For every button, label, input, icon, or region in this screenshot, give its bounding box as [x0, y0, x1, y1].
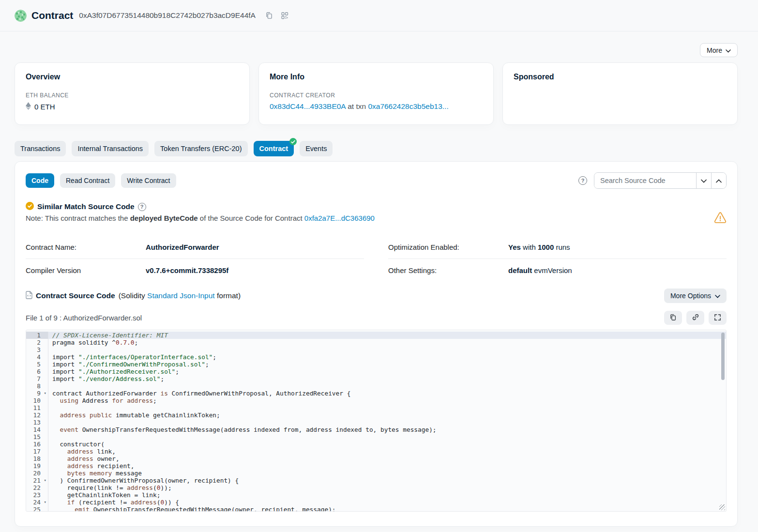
eth-balance-label: ETH BALANCE — [26, 92, 239, 99]
line-number[interactable]: 4 — [26, 353, 48, 361]
line-number[interactable]: 7 — [26, 375, 48, 382]
line-number[interactable]: 23 — [26, 491, 48, 499]
tab-contract[interactable]: Contract — [254, 141, 294, 156]
line-number[interactable]: 12 — [26, 411, 48, 419]
more-info-card: More Info CONTRACT CREATOR 0x83dC44...49… — [258, 62, 494, 125]
code-line[interactable]: 18 address owner, — [26, 455, 726, 462]
subtab-code[interactable]: Code — [26, 173, 54, 188]
line-number[interactable]: 22 — [26, 484, 48, 491]
code-text: contract AuthorizedForwarder is Confirme… — [48, 390, 350, 397]
code-line[interactable]: 19 address recipient, — [26, 462, 726, 470]
line-number[interactable]: 15 — [26, 433, 48, 441]
overview-card-title: Overview — [26, 73, 239, 81]
search-help-icon[interactable]: ? — [578, 176, 587, 185]
code-line[interactable]: 17 address link, — [26, 448, 726, 455]
line-number[interactable]: 9▾ — [26, 390, 48, 397]
code-line[interactable]: 8 — [26, 382, 726, 390]
more-button[interactable]: More — [700, 43, 738, 57]
line-number[interactable]: 8 — [26, 382, 48, 390]
code-line[interactable]: 2pragma solidity ^0.7.0; — [26, 339, 726, 346]
code-line[interactable]: 23 getChainlinkToken = link; — [26, 491, 726, 499]
search-source-group — [594, 172, 727, 189]
line-number[interactable]: 24▾ — [26, 499, 48, 506]
source-code-viewer[interactable]: 1// SPDX-License-Identifier: MIT2pragma … — [26, 330, 727, 512]
qr-code-button[interactable] — [280, 11, 289, 20]
tab-label: Transactions — [20, 145, 60, 152]
source-code-title: Contract Source Code — [36, 291, 115, 300]
resize-handle[interactable] — [719, 504, 725, 510]
tab-label: Internal Transactions — [77, 145, 143, 152]
code-text: import "./ConfirmedOwnerWithProposal.sol… — [48, 361, 209, 368]
other-settings-row: Other Settings: default evmVersion — [388, 259, 727, 282]
line-number[interactable]: 13 — [26, 419, 48, 426]
code-line[interactable]: 3 — [26, 346, 726, 353]
code-line[interactable]: 7import "./vendor/Address.sol"; — [26, 375, 726, 382]
code-line[interactable]: 5import "./ConfirmedOwnerWithProposal.so… — [26, 361, 726, 368]
code-line[interactable]: 1// SPDX-License-Identifier: MIT — [26, 332, 726, 339]
code-text: constructor( — [48, 441, 105, 448]
json-input-link[interactable]: Standard Json-Input — [147, 291, 215, 300]
fold-arrow-icon[interactable]: ▾ — [44, 390, 46, 397]
code-line[interactable]: 15 — [26, 433, 726, 441]
contract-header: Contract 0xA3f07D6773514480b918C2742b027… — [0, 0, 758, 31]
code-text: pragma solidity ^0.7.0; — [48, 339, 138, 346]
tab-internal-transactions[interactable]: Internal Transactions — [72, 141, 149, 156]
search-next-button[interactable] — [696, 173, 711, 188]
line-number[interactable]: 20 — [26, 470, 48, 477]
line-number[interactable]: 19 — [26, 462, 48, 470]
code-line[interactable]: 14 event OwnershipTransferRequestedWithM… — [26, 426, 726, 433]
subtab-write-contract[interactable]: Write Contract — [121, 173, 176, 188]
expand-button[interactable] — [709, 311, 727, 325]
line-number[interactable]: 16 — [26, 441, 48, 448]
creation-txn-link[interactable]: 0xa7662428c3b5eb13... — [368, 102, 448, 110]
tab-token-transfers-erc-20[interactable]: Token Transfers (ERC-20) — [154, 141, 247, 156]
code-line[interactable]: 6import "./AuthorizedReceiver.sol"; — [26, 368, 726, 375]
line-number[interactable]: 17 — [26, 448, 48, 455]
search-prev-button[interactable] — [711, 173, 726, 188]
line-number[interactable]: 5 — [26, 361, 48, 368]
tab-transactions[interactable]: Transactions — [15, 141, 66, 156]
line-number[interactable]: 14 — [26, 426, 48, 433]
line-number[interactable]: 2 — [26, 339, 48, 346]
code-line[interactable]: 9▾contract AuthorizedForwarder is Confir… — [26, 390, 726, 397]
code-line[interactable]: 11 — [26, 404, 726, 411]
code-line[interactable]: 16 constructor( — [26, 441, 726, 448]
code-line[interactable]: 24▾ if (recipient != address(0)) { — [26, 499, 726, 506]
permalink-button[interactable] — [686, 311, 704, 325]
copy-address-button[interactable] — [264, 11, 274, 20]
code-line[interactable]: 22 require(link != address(0)); — [26, 484, 726, 491]
code-scrollbar-thumb[interactable] — [721, 333, 725, 380]
code-line[interactable]: 21▾ ) ConfirmedOwnerWithProposal(owner, … — [26, 477, 726, 484]
matched-contract-link[interactable]: 0xfa2a7E...dC363690 — [304, 214, 375, 222]
line-number[interactable]: 6 — [26, 368, 48, 375]
copy-source-button[interactable] — [664, 311, 682, 325]
line-number[interactable]: 10 — [26, 397, 48, 404]
contract-address: 0xA3f07D6773514480b918C2742b027b3acD9E44… — [79, 11, 256, 20]
line-number[interactable]: 1 — [26, 332, 48, 339]
subtab-read-contract[interactable]: Read Contract — [60, 173, 115, 188]
subtab-label: Write Contract — [127, 177, 170, 184]
code-line[interactable]: 4import "./interfaces/OperatorInterface.… — [26, 353, 726, 361]
line-number[interactable]: 25 — [26, 506, 48, 512]
fold-arrow-icon[interactable]: ▾ — [44, 477, 46, 484]
code-text: // SPDX-License-Identifier: MIT — [48, 332, 168, 339]
code-text — [48, 346, 52, 353]
line-number[interactable]: 3 — [26, 346, 48, 353]
code-line[interactable]: 10 using Address for address; — [26, 397, 726, 404]
more-info-card-title: More Info — [270, 73, 483, 81]
fold-arrow-icon[interactable]: ▾ — [44, 499, 46, 506]
line-number[interactable]: 11 — [26, 404, 48, 411]
code-line[interactable]: 25 emit OwnershipTransferRequestedWithMe… — [26, 506, 726, 512]
line-number[interactable]: 18 — [26, 455, 48, 462]
similar-match-help-icon[interactable]: ? — [138, 203, 146, 211]
tab-events[interactable]: Events — [300, 141, 333, 156]
search-source-input[interactable] — [594, 173, 696, 188]
more-options-button[interactable]: More Options — [664, 289, 727, 303]
line-number[interactable]: 21▾ — [26, 477, 48, 484]
code-line[interactable]: 20 bytes memory message — [26, 470, 726, 477]
eth-diamond-icon — [26, 102, 31, 111]
code-line[interactable]: 13 — [26, 419, 726, 426]
code-line[interactable]: 12 address public immutable getChainlink… — [26, 411, 726, 419]
warning-triangle-icon[interactable] — [714, 212, 727, 225]
creator-address-link[interactable]: 0x83dC44...4933BE0A — [270, 102, 346, 110]
